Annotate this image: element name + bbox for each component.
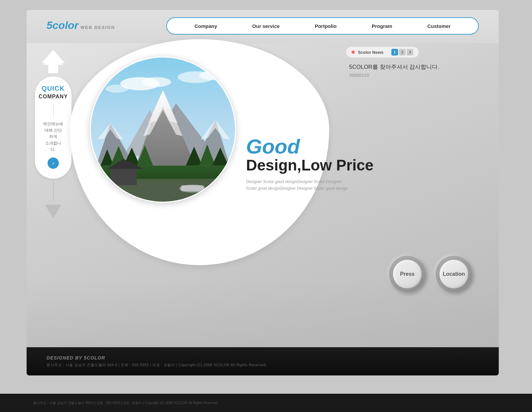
svg-point-6 xyxy=(142,77,171,87)
main-container: 5color WEB DESIGN Company Our service Po… xyxy=(27,10,499,375)
sidebar-description: 메인메뉴에대해 간단하게소개합니다. xyxy=(40,121,66,153)
location-label: Location xyxy=(443,271,465,277)
nav-company[interactable]: Company xyxy=(191,21,221,31)
news-section: 5color News 1 2 3 5COLOR를 찾아주셔서 감사합니다. 2… xyxy=(346,47,479,78)
logo-brand[interactable]: 5color xyxy=(47,19,78,32)
news-content: 5COLOR를 찾아주셔서 감사합니다. 2009/01/15 xyxy=(346,63,479,78)
footer-designed: DESIGNED BY 5COLOR xyxy=(47,355,499,360)
press-button[interactable]: Press xyxy=(389,256,426,292)
nav-portpolio[interactable]: Portpolio xyxy=(311,21,341,31)
sub-description: Designer 5color good designDesigner 5col… xyxy=(246,178,446,192)
svg-rect-29 xyxy=(110,169,137,185)
news-headline: 5COLOR를 찾아주셔서 감사합니다. xyxy=(349,63,479,71)
sidebar-divider xyxy=(53,104,54,117)
news-title: 5color News xyxy=(358,50,384,55)
quick-menu-pill: QUICK COMPANY 메인메뉴에대해 간단하게소개합니다. › xyxy=(35,76,71,179)
quick-label: QUICK xyxy=(42,85,65,92)
news-dot xyxy=(351,51,355,54)
main-text-area: Good Design,Low Price Designer 5color go… xyxy=(246,136,446,192)
arrow-down-decoration xyxy=(43,201,63,221)
nav-program[interactable]: Program xyxy=(368,21,396,31)
news-header: 5color News 1 2 3 xyxy=(346,47,419,58)
arrow-up-decoration xyxy=(42,50,65,73)
left-sidebar: QUICK COMPANY 메인메뉴에대해 간단하게소개합니다. › xyxy=(27,43,80,276)
footer: DESIGNED BY 5COLOR 본사주소 : 서울 강남구 건물오랄라 5… xyxy=(27,347,499,375)
sidebar-more-button[interactable]: › xyxy=(48,157,59,169)
news-page-2[interactable]: 2 xyxy=(399,49,406,55)
headline-design: Design,Low Price xyxy=(246,157,446,174)
bottom-strip: 본사주소 : 서울 강남구 건물오랄라 564-5 | 전화 : 555-555… xyxy=(0,394,532,412)
logo-tagline: WEB DESIGN xyxy=(80,25,115,30)
press-label: Press xyxy=(400,271,415,277)
footer-info: 본사주소 : 서울 강남구 건물오랄라 564-5 | 전화 : 555-555… xyxy=(47,362,499,367)
nav-ourservice[interactable]: Our service xyxy=(248,21,284,31)
news-date: 2009/01/15 xyxy=(349,73,479,78)
nav-customer[interactable]: Customer xyxy=(423,21,455,31)
company-label: COMPANY xyxy=(39,94,68,100)
action-buttons: Press Location xyxy=(389,256,472,292)
main-navigation: Company Our service Portpolio Program Cu… xyxy=(166,17,479,35)
hero-image-circle xyxy=(90,56,236,203)
svg-marker-0 xyxy=(43,52,63,65)
headline-good: Good xyxy=(246,136,446,157)
svg-rect-32 xyxy=(181,185,204,191)
news-page-1[interactable]: 1 xyxy=(391,49,398,55)
svg-point-9 xyxy=(105,85,128,93)
news-pagination: 1 2 3 xyxy=(391,49,413,55)
bottom-strip-text: 본사주소 : 서울 강남구 건물오랄라 564-5 | 전화 : 555-555… xyxy=(33,401,218,405)
sidebar-line xyxy=(53,181,54,201)
location-button[interactable]: Location xyxy=(436,256,472,292)
news-page-3[interactable]: 3 xyxy=(407,49,413,55)
svg-marker-2 xyxy=(45,205,62,218)
svg-rect-1 xyxy=(49,64,58,73)
logo-area: 5color WEB DESIGN xyxy=(47,19,115,32)
